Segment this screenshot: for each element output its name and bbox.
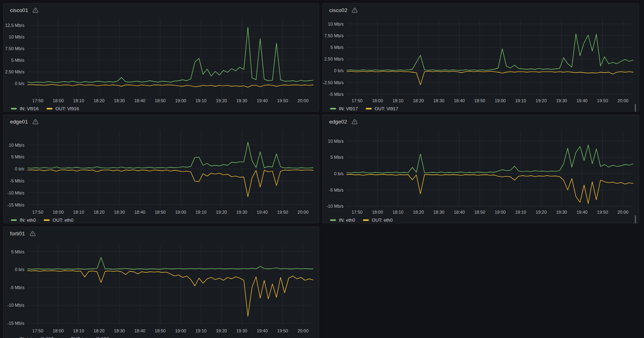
legend: IN: eth0OUT: eth0 <box>330 217 393 223</box>
x-tick-label: 18:50 <box>155 328 166 333</box>
warning-icon[interactable] <box>352 119 358 125</box>
series-line-out <box>28 271 313 316</box>
x-tick-label: 18:20 <box>413 210 424 215</box>
scrollbar-thumb[interactable] <box>635 104 636 112</box>
warning-icon[interactable] <box>30 231 36 237</box>
y-tick-label: 5 Mb/s <box>11 154 24 159</box>
x-tick-label: 19:30 <box>556 210 567 215</box>
legend-item[interactable]: IN: Vl916 <box>11 106 38 111</box>
x-tick-label: 18:00 <box>372 98 383 103</box>
x-tick-label: 19:40 <box>257 210 267 215</box>
x-tick-label: 18:50 <box>155 98 166 103</box>
x-tick-label: 19:10 <box>196 98 207 103</box>
x-tick-label: 18:30 <box>114 98 125 103</box>
legend-label[interactable]: IN: eth0 <box>20 218 36 223</box>
x-tick-label: 17:50 <box>32 98 43 103</box>
legend-label[interactable]: OUT: eth0 <box>372 218 393 223</box>
legend-label[interactable]: IN: Vl916 <box>20 106 38 111</box>
x-tick-label: 19:00 <box>175 328 186 333</box>
x-tick-label: 19:20 <box>536 210 547 215</box>
legend-swatch <box>330 219 336 221</box>
x-tick-label: 19:50 <box>597 98 608 103</box>
x-tick-label: 18:40 <box>134 98 145 103</box>
legend-item[interactable]: IN: internal1.997 <box>11 336 53 338</box>
x-tick-label: 19:00 <box>495 98 506 103</box>
y-tick-label: 10 Mb/s <box>328 22 344 26</box>
legend-item[interactable]: IN: Vl917 <box>330 106 358 111</box>
x-tick-label: 18:20 <box>93 328 104 333</box>
panel-title[interactable]: forti01 <box>10 231 25 237</box>
x-tick-label: 18:40 <box>134 328 145 333</box>
legend-label[interactable]: OUT: internal1.997 <box>70 336 109 338</box>
x-tick-label: 19:20 <box>216 98 227 103</box>
y-tick-label: 5 Mb/s <box>330 45 344 50</box>
x-tick-label: 18:20 <box>413 98 424 103</box>
legend-swatch <box>47 108 53 109</box>
legend-item[interactable]: OUT: Vl916 <box>47 106 79 111</box>
panel-header[interactable]: edge01 <box>4 115 319 128</box>
x-tick-label: 19:30 <box>556 98 567 103</box>
warning-icon[interactable] <box>32 7 38 13</box>
series-line-in <box>347 145 633 173</box>
x-tick-label: 18:50 <box>155 210 166 215</box>
x-tick-label: 18:50 <box>474 98 485 103</box>
legend-swatch <box>363 219 369 221</box>
legend-item[interactable]: IN: eth0 <box>330 218 355 223</box>
x-tick-label: 18:00 <box>53 98 63 103</box>
x-tick-label: 18:40 <box>454 98 465 103</box>
panel-edge01: edge01 10 Mb/s5 Mb/s0 b/s-5 Mb/s-10 Mb/s… <box>3 115 319 223</box>
legend-item[interactable]: IN: eth0 <box>11 218 36 223</box>
legend-label[interactable]: OUT: eth0 <box>53 218 73 223</box>
legend-label[interactable]: IN: internal1.997 <box>20 336 53 338</box>
panel-header[interactable]: cisco01 <box>4 4 319 16</box>
panel-cisco02: cisco02 10 Mb/s7.50 Mb/s5 Mb/s2.50 Mb/s0… <box>322 3 639 111</box>
y-tick-label: -5 Mb/s <box>329 92 344 97</box>
legend-item[interactable]: OUT: eth0 <box>44 218 73 223</box>
y-tick-label: 10 Mb/s <box>328 139 344 144</box>
y-tick-label: 5 Mb/s <box>330 155 344 160</box>
x-tick-label: 19:10 <box>196 328 207 333</box>
panel-header[interactable]: edge02 <box>323 115 639 128</box>
legend-label[interactable]: OUT: Vl916 <box>55 106 79 111</box>
legend-item[interactable]: OUT: internal1.997 <box>61 336 109 338</box>
y-tick-label: 7.50 Mb/s <box>5 46 25 51</box>
legend-item[interactable]: OUT: Vl917 <box>366 106 398 111</box>
legend-swatch <box>366 108 372 109</box>
x-tick-label: 18:20 <box>93 98 104 103</box>
x-tick-label: 19:30 <box>236 328 247 333</box>
scrollbar-thumb[interactable] <box>635 215 636 223</box>
x-tick-label: 18:30 <box>114 210 125 215</box>
y-tick-label: -10 Mb/s <box>326 204 344 209</box>
x-tick-label: 20:00 <box>618 98 628 103</box>
panel-title[interactable]: edge02 <box>329 119 347 125</box>
legend-label[interactable]: IN: eth0 <box>339 218 355 223</box>
y-tick-label: 0 b/s <box>334 171 344 176</box>
legend: IN: Vl916OUT: Vl916 <box>11 105 79 112</box>
x-tick-label: 19:20 <box>216 210 227 215</box>
warning-icon[interactable] <box>352 7 358 13</box>
y-tick-label: 5 Mb/s <box>11 249 24 254</box>
dashboard: cisco01 12.5 Mb/s10 Mb/s7.50 Mb/s5 Mb/s2… <box>0 0 644 338</box>
x-tick-label: 19:00 <box>495 210 506 215</box>
panel-title[interactable]: cisco01 <box>10 7 28 13</box>
legend-label[interactable]: OUT: Vl917 <box>375 106 398 111</box>
legend-item[interactable]: OUT: eth0 <box>363 218 393 223</box>
panel-title[interactable]: cisco02 <box>329 7 347 13</box>
x-tick-label: 19:10 <box>196 210 207 215</box>
legend-label[interactable]: IN: Vl917 <box>339 106 358 111</box>
x-tick-label: 20:00 <box>618 210 628 215</box>
y-tick-label: 0 b/s <box>15 267 24 272</box>
y-tick-label: 0 b/s <box>334 68 344 73</box>
traffic-chart: 10 Mb/s5 Mb/s0 b/s-5 Mb/s-10 Mb/s17:5018… <box>323 115 639 223</box>
traffic-chart: 10 Mb/s7.50 Mb/s5 Mb/s2.50 Mb/s0 b/s-2.5… <box>323 4 639 111</box>
warning-icon[interactable] <box>32 119 38 125</box>
panel-title[interactable]: edge01 <box>10 119 28 125</box>
panel-header[interactable]: cisco02 <box>323 4 639 16</box>
panel-header[interactable]: forti01 <box>4 227 319 240</box>
x-tick-label: 19:10 <box>515 98 526 103</box>
series-line-in <box>28 257 313 269</box>
panel-cisco01: cisco01 12.5 Mb/s10 Mb/s7.50 Mb/s5 Mb/s2… <box>3 3 319 111</box>
series-line-out <box>28 85 313 87</box>
x-tick-label: 19:00 <box>175 210 186 215</box>
traffic-chart: 5 Mb/s0 b/s-5 Mb/s-10 Mb/s-15 Mb/s17:501… <box>4 227 319 338</box>
